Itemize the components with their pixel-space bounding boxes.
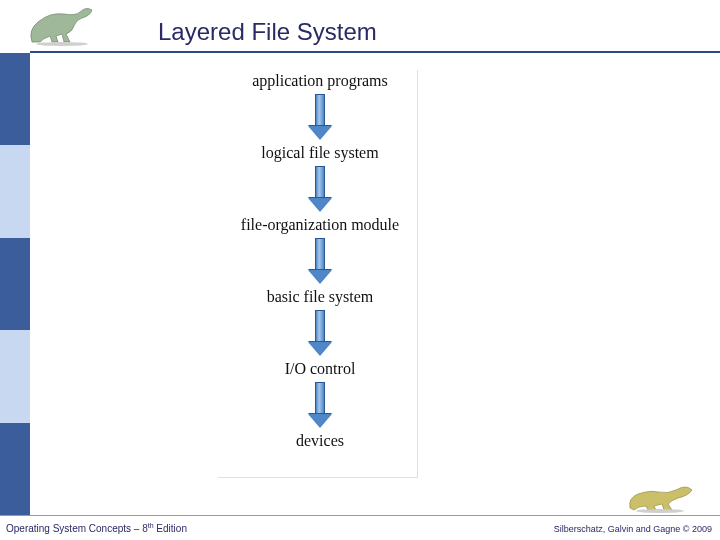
header: Layered File System (0, 0, 720, 53)
down-arrow-icon (308, 310, 332, 356)
dinosaur-icon (20, 2, 104, 46)
header-rule (30, 51, 720, 53)
left-sidebar (0, 53, 30, 515)
down-arrow-icon (308, 166, 332, 212)
svg-point-1 (636, 509, 684, 513)
layer-basic-file-system: basic file system (267, 288, 374, 306)
layer-file-organization-module: file-organization module (241, 216, 399, 234)
footer-left-prefix: Operating System Concepts – 8 (6, 523, 148, 534)
footer-left-suffix: Edition (154, 523, 187, 534)
down-arrow-icon (308, 94, 332, 140)
down-arrow-icon (308, 238, 332, 284)
layer-devices: devices (296, 432, 344, 450)
sidebar-segment-dark (0, 53, 30, 145)
footer: Operating System Concepts – 8th Edition … (0, 515, 720, 540)
svg-point-0 (36, 42, 88, 46)
sidebar-segment-light (0, 145, 30, 237)
sidebar-segment-dark (0, 238, 30, 330)
layer-logical-file-system: logical file system (261, 144, 378, 162)
sidebar-segment-light (0, 330, 30, 422)
sidebar-segment-dark (0, 423, 30, 515)
layer-io-control: I/O control (285, 360, 356, 378)
layer-application-programs: application programs (252, 72, 388, 90)
dinosaur-icon (624, 470, 698, 514)
footer-left: Operating System Concepts – 8th Edition (6, 522, 187, 534)
footer-right: Silberschatz, Galvin and Gagne © 2009 (554, 524, 712, 534)
layer-diagram: application programs logical file system… (225, 72, 415, 454)
page-title: Layered File System (158, 18, 377, 46)
down-arrow-icon (308, 382, 332, 428)
